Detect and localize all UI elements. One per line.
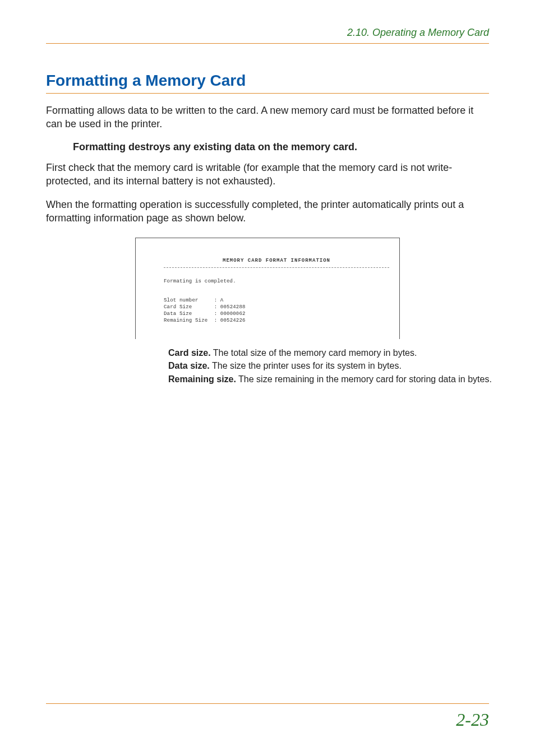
definition-term: Remaining size. — [168, 374, 236, 384]
header-section-label: 2.10. Operating a Memory Card — [46, 27, 489, 44]
paragraph-intro: Formatting allows data to be written to … — [46, 104, 489, 131]
sample-printout: MEMORY CARD FORMAT INFORMATION Formating… — [135, 238, 400, 339]
document-page: 2.10. Operating a Memory Card Formatting… — [0, 0, 535, 385]
definition-item: Card size. The total size of the memory … — [168, 347, 499, 359]
definition-desc: The total size of the memory card memory… — [211, 348, 417, 358]
definition-desc: The size remaining in the memory card fo… — [236, 374, 492, 384]
sample-row: Data Size : 00000062 — [164, 310, 389, 317]
paragraph-result: When the formatting operation is success… — [46, 198, 489, 225]
definition-term: Data size. — [168, 361, 210, 370]
definition-item: Data size. The size the printer uses for… — [168, 360, 499, 372]
sample-row: Remaining Size : 00524226 — [164, 317, 389, 324]
page-footer: 2-23 — [46, 703, 489, 730]
page-title: Formatting a Memory Card — [46, 72, 489, 94]
sample-completed-line: Formating is completed. — [164, 278, 389, 285]
definition-term: Card size. — [168, 348, 211, 358]
definition-item: Remaining size. The size remaining in th… — [168, 373, 499, 386]
sample-title: MEMORY CARD FORMAT INFORMATION — [164, 257, 389, 264]
definition-desc: The size the printer uses for its system… — [210, 361, 402, 370]
definition-list: Card size. The total size of the memory … — [168, 347, 499, 386]
sample-rows: Slot number : A Card Size : 00524288 Dat… — [164, 297, 389, 324]
sample-row: Card Size : 00524288 — [164, 304, 389, 310]
warning-text: Formatting destroys any existing data on… — [73, 141, 489, 153]
page-number: 2-23 — [456, 709, 489, 730]
paragraph-check: First check that the memory card is writ… — [46, 161, 489, 188]
sample-row: Slot number : A — [164, 297, 389, 304]
sample-divider — [164, 267, 389, 268]
